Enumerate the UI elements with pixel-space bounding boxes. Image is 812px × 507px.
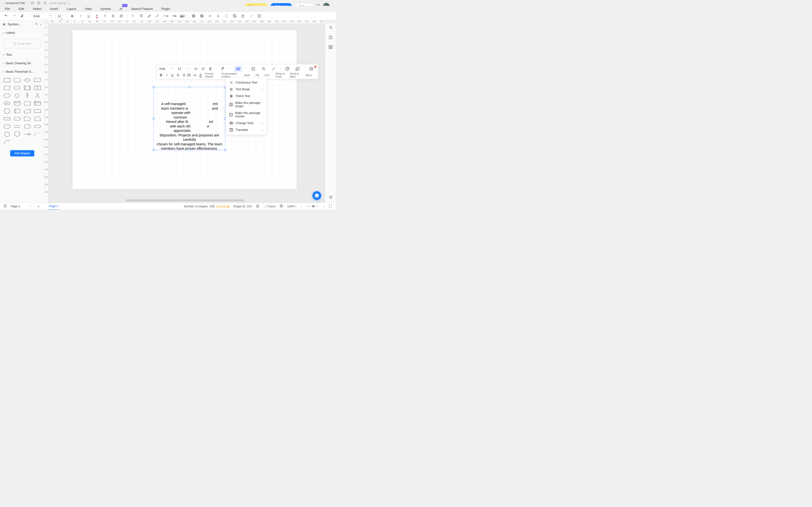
page-panel-icon[interactable] [3,204,7,208]
bold-ft[interactable]: B [159,73,163,77]
crop-icon[interactable] [232,13,237,18]
collapse-icon[interactable]: « [40,22,42,26]
shape-rect2[interactable] [33,108,42,114]
layers-icon[interactable] [256,204,260,209]
pen-icon[interactable] [147,13,152,18]
shape-predefined[interactable] [23,84,32,91]
shape-arc[interactable] [2,138,12,145]
section-basic-flowchart[interactable]: ▾Basic Flowchart S… [0,67,44,76]
arrow-start-icon[interactable]: ▾ [171,13,176,18]
menu-edit[interactable]: Edit [18,7,24,11]
export-icon[interactable] [36,1,42,5]
save-icon[interactable] [29,1,36,5]
shape-yes[interactable]: Yes [2,100,12,107]
ai-continuous-text[interactable]: Continuous Text [226,79,266,86]
ft-font-select[interactable]: Arial [159,67,172,70]
align-h-icon[interactable] [207,13,213,18]
resize-handle-mt[interactable] [189,86,191,88]
menu-search[interactable]: Search Feature [131,7,153,11]
send-back-icon[interactable] [295,67,300,71]
ft-size-select[interactable]: 12 [178,67,185,70]
resize-handle-ml[interactable] [153,118,155,119]
line-spacing-icon[interactable] [119,13,124,18]
bring-front-icon[interactable] [285,67,290,71]
effects-icon[interactable] [224,13,229,18]
shape-arrow-connector[interactable] [23,131,32,137]
shape-tape[interactable] [2,115,12,122]
shape-hexagon[interactable] [2,123,12,130]
style-icon[interactable] [251,67,256,71]
shape-internal-storage[interactable] [33,100,42,107]
pin-icon[interactable]: 📌 [313,65,317,68]
shape-user[interactable] [33,92,42,99]
section-basic-drawing[interactable]: ▸Basic Drawing Sh… [0,59,44,67]
resize-handle-bl[interactable] [153,149,155,151]
shape-parallelogram[interactable] [2,84,12,91]
decrease-font-icon[interactable]: A▾ [201,67,206,71]
shape-manual-input[interactable] [23,108,32,114]
shape-parallel-lines[interactable] [12,123,22,130]
chat-fab[interactable] [312,191,321,200]
shape-cylinder-h[interactable] [12,108,22,114]
size-select[interactable]: 12 [55,13,63,19]
zoom-out-icon[interactable]: − [300,205,302,208]
shape-delay[interactable] [23,115,32,122]
selected-textbox[interactable]: A self-managed team consists of ent team… [153,87,225,150]
underline-ft[interactable]: U [170,73,174,77]
font-select[interactable]: Arial [31,13,52,19]
zoom-slider[interactable] [306,206,319,207]
shape-trapezoid[interactable] [33,115,42,122]
redo-icon[interactable] [12,13,17,18]
focus-icon[interactable]: Focus [263,205,276,208]
zoom-level[interactable]: 100%▾ [287,205,297,208]
italic-ft[interactable]: I [165,73,168,77]
sidebar-dropdown-icon[interactable]: ⌄ [31,23,33,25]
list-ordered-ft[interactable]: 1 [182,73,185,77]
menu-file[interactable]: File [5,7,10,11]
expand-link[interactable]: Expand [216,205,226,208]
menu-ai[interactable]: AI hot [119,7,122,11]
shape-annotation[interactable]: Drag the side [33,131,42,137]
bold-icon[interactable]: B [69,13,75,18]
canvas-area[interactable]: A self-managed team consists of ent team… [48,24,325,203]
layer-front-icon[interactable] [191,13,196,18]
ai-text-break[interactable]: Text Break ▸ [226,86,266,93]
format-painter-ft-icon[interactable] [220,67,225,71]
menu-select[interactable]: Select [33,7,41,11]
shape-stored-data[interactable] [33,84,42,91]
section-collect[interactable]: ▾collect [0,29,44,37]
zoom-in-icon[interactable]: + [323,205,324,208]
strike-ft[interactable]: S [176,73,180,77]
add-page-icon[interactable]: + [38,204,40,209]
scrollbar-horizontal[interactable] [126,200,244,201]
shape-circle[interactable] [12,92,22,99]
shape-display[interactable] [12,115,22,122]
tools-icon[interactable] [248,13,254,18]
text-color-icon[interactable]: A [94,13,100,18]
shape-preparation[interactable] [23,123,32,130]
more-icon[interactable] [309,67,314,71]
shape-actor[interactable] [23,92,32,99]
resize-handle-tl[interactable] [153,86,155,88]
ai-make-shorter[interactable]: Make this passage shorter [226,110,266,120]
shape-ellipse[interactable] [2,92,12,99]
play-icon[interactable] [280,204,283,209]
add-shapes-button[interactable]: Add Shapes [10,150,34,157]
export-right-icon[interactable] [328,35,333,41]
list-view-icon[interactable] [328,195,333,201]
ai-button[interactable]: AI [234,66,242,72]
shape-rect[interactable] [2,77,12,83]
shape-connector[interactable] [2,131,12,137]
line-style-icon[interactable]: ▾ [163,13,168,18]
ai-make-longer[interactable]: Make this passage longer [226,100,266,110]
menu-insert[interactable]: Insert [50,7,58,11]
text-vertical-ft[interactable]: ab [193,74,197,76]
line-icon-ft[interactable] [271,67,276,71]
line-weight-icon[interactable]: ▾ [180,13,185,18]
text-tool-icon[interactable]: T [130,13,136,18]
align-icon-ft[interactable] [208,67,213,70]
back-icon[interactable]: ‹ [2,1,3,5]
page-dropdown[interactable]: Page-1 ▾ [11,205,34,208]
fullscreen-icon[interactable] [328,204,332,209]
shape-round-rect[interactable] [12,77,22,83]
